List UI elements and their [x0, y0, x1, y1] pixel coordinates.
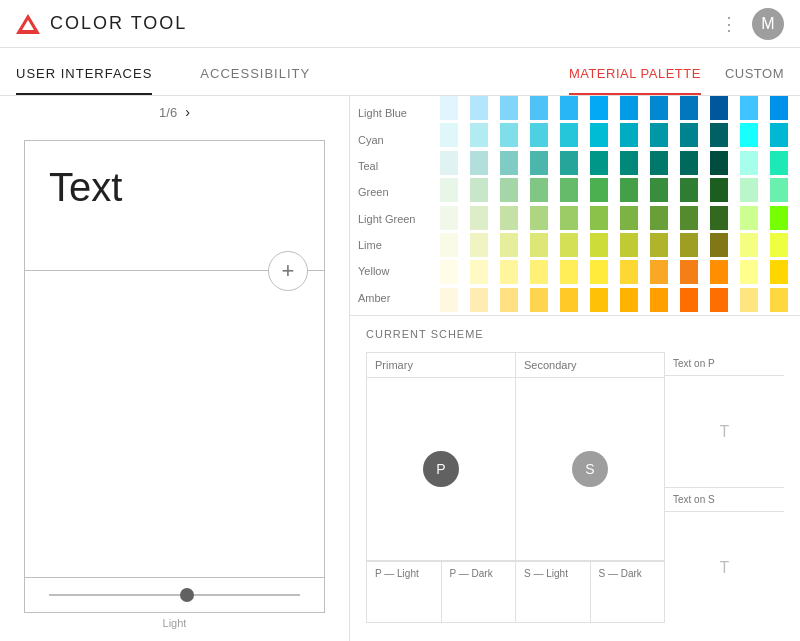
color-swatch[interactable] — [770, 260, 788, 284]
color-swatch[interactable] — [440, 178, 458, 202]
color-swatch[interactable] — [470, 233, 488, 257]
color-swatch[interactable] — [710, 206, 728, 230]
color-swatch[interactable] — [710, 233, 728, 257]
color-swatch[interactable] — [500, 123, 518, 147]
color-swatch[interactable] — [740, 288, 758, 312]
color-swatch[interactable] — [560, 178, 578, 202]
color-swatch[interactable] — [650, 123, 668, 147]
color-swatch[interactable] — [740, 151, 758, 175]
color-swatch[interactable] — [740, 233, 758, 257]
color-swatch[interactable] — [560, 233, 578, 257]
color-swatch[interactable] — [530, 178, 548, 202]
color-swatch[interactable] — [470, 123, 488, 147]
color-swatch[interactable] — [650, 260, 668, 284]
color-swatch[interactable] — [500, 288, 518, 312]
color-swatch[interactable] — [560, 151, 578, 175]
color-swatch[interactable] — [740, 206, 758, 230]
color-swatch[interactable] — [500, 178, 518, 202]
color-swatch[interactable] — [620, 288, 638, 312]
menu-icon[interactable]: ⋮ — [720, 13, 740, 35]
color-swatch[interactable] — [470, 206, 488, 230]
color-swatch[interactable] — [680, 233, 698, 257]
color-swatch[interactable] — [650, 206, 668, 230]
color-swatch[interactable] — [770, 178, 788, 202]
color-swatch[interactable] — [710, 151, 728, 175]
color-swatch[interactable] — [470, 96, 488, 120]
tab-custom[interactable]: CUSTOM — [725, 54, 784, 95]
color-swatch[interactable] — [710, 260, 728, 284]
color-swatch[interactable] — [680, 288, 698, 312]
fab-button[interactable]: + — [268, 251, 308, 291]
color-swatch[interactable] — [530, 151, 548, 175]
color-swatch[interactable] — [770, 233, 788, 257]
color-swatch[interactable] — [740, 178, 758, 202]
color-swatch[interactable] — [470, 151, 488, 175]
color-swatch[interactable] — [650, 178, 668, 202]
color-swatch[interactable] — [770, 96, 788, 120]
scheme-primary-main[interactable]: P — [367, 377, 515, 561]
color-swatch[interactable] — [560, 260, 578, 284]
color-swatch[interactable] — [590, 178, 608, 202]
color-swatch[interactable] — [710, 178, 728, 202]
color-swatch[interactable] — [500, 151, 518, 175]
color-swatch[interactable] — [440, 288, 458, 312]
color-swatch[interactable] — [680, 178, 698, 202]
color-swatch[interactable] — [710, 96, 728, 120]
color-swatch[interactable] — [590, 233, 608, 257]
color-swatch[interactable] — [440, 260, 458, 284]
color-swatch[interactable] — [650, 151, 668, 175]
slider-track[interactable] — [49, 594, 300, 596]
tab-user-interfaces[interactable]: USER INTERFACES — [16, 54, 152, 95]
color-swatch[interactable] — [620, 206, 638, 230]
color-swatch[interactable] — [740, 123, 758, 147]
color-swatch[interactable] — [770, 123, 788, 147]
color-swatch[interactable] — [620, 151, 638, 175]
color-swatch[interactable] — [470, 288, 488, 312]
color-swatch[interactable] — [650, 288, 668, 312]
color-swatch[interactable] — [590, 260, 608, 284]
color-swatch[interactable] — [530, 288, 548, 312]
color-swatch[interactable] — [770, 151, 788, 175]
color-swatch[interactable] — [680, 96, 698, 120]
color-swatch[interactable] — [470, 178, 488, 202]
scheme-primary-dark[interactable]: P — Dark — [442, 562, 516, 622]
color-swatch[interactable] — [770, 206, 788, 230]
color-swatch[interactable] — [740, 260, 758, 284]
scheme-secondary-light[interactable]: S — Light — [516, 562, 591, 622]
color-swatch[interactable] — [440, 151, 458, 175]
color-swatch[interactable] — [530, 260, 548, 284]
color-swatch[interactable] — [500, 233, 518, 257]
color-swatch[interactable] — [590, 123, 608, 147]
color-swatch[interactable] — [620, 233, 638, 257]
color-swatch[interactable] — [710, 288, 728, 312]
color-swatch[interactable] — [680, 206, 698, 230]
color-swatch[interactable] — [680, 123, 698, 147]
color-swatch[interactable] — [530, 206, 548, 230]
color-swatch[interactable] — [530, 123, 548, 147]
tab-material-palette[interactable]: MATERIAL PALETTE — [569, 54, 701, 95]
color-swatch[interactable] — [440, 233, 458, 257]
color-swatch[interactable] — [530, 233, 548, 257]
color-swatch[interactable] — [620, 178, 638, 202]
color-swatch[interactable] — [560, 206, 578, 230]
color-swatch[interactable] — [590, 206, 608, 230]
avatar[interactable]: M — [752, 8, 784, 40]
color-swatch[interactable] — [650, 96, 668, 120]
color-swatch[interactable] — [710, 123, 728, 147]
tab-accessibility[interactable]: ACCESSIBILITY — [200, 54, 310, 95]
color-swatch[interactable] — [560, 123, 578, 147]
color-swatch[interactable] — [620, 260, 638, 284]
color-swatch[interactable] — [590, 151, 608, 175]
color-swatch[interactable] — [440, 206, 458, 230]
color-swatch[interactable] — [560, 96, 578, 120]
color-swatch[interactable] — [440, 96, 458, 120]
color-swatch[interactable] — [500, 260, 518, 284]
color-swatch[interactable] — [560, 288, 578, 312]
color-swatch[interactable] — [590, 288, 608, 312]
color-swatch[interactable] — [680, 260, 698, 284]
scheme-secondary-dark[interactable]: S — Dark — [591, 562, 665, 622]
color-swatch[interactable] — [650, 233, 668, 257]
scheme-secondary-main[interactable]: S — [516, 377, 664, 561]
color-swatch[interactable] — [740, 96, 758, 120]
color-swatch[interactable] — [440, 123, 458, 147]
